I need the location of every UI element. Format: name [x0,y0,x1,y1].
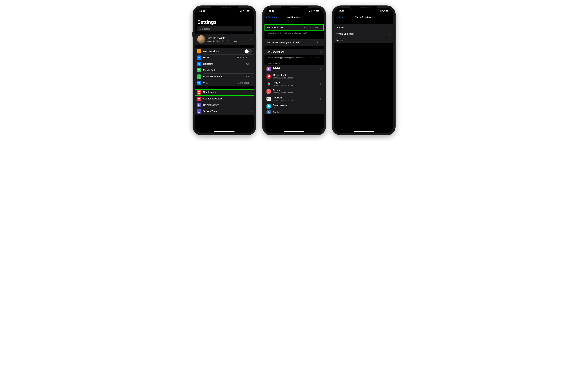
phone-frame-1: 10:55 Settings Search [193,6,256,135]
cell-label: Show Previews [267,26,302,29]
search-icon [199,28,201,30]
settings-row-bluetooth[interactable]: BluetoothOn› [195,61,254,67]
cell-label: Siri Suggestions [267,51,320,54]
back-label: Back [337,16,343,19]
cell-detail: On [246,63,249,66]
cell-label: Do Not Disturb [203,104,251,107]
app-row-airbnb[interactable]: AirbnbBanners, Sounds, Badges› [264,88,324,95]
settings-row-wifi[interactable]: Wi-FiSKYCCD02› [195,55,254,61]
app-name: Amazon Alexa [273,104,320,107]
chevron-right-icon: › [251,75,252,78]
chevron-right-icon: › [251,81,252,85]
app-row-alexa[interactable]: Amazon AlexaOff› [264,103,324,110]
row-previews[interactable]: Show PreviewsWhen Unlocked› [264,24,324,31]
svg-rect-17 [316,10,319,11]
cell-detail: Connected [238,81,249,84]
search-input[interactable]: Search [197,26,252,32]
cell-detail: On [316,41,319,44]
app-row-activity[interactable]: ActivityBanners, Sounds, Badges› [264,80,324,88]
group-footer: Choose which apps can suggest Shortcuts … [264,55,324,60]
svg-rect-38 [386,10,388,11]
app-name: 1.1.1.1 [273,66,320,69]
svg-rect-15 [311,10,312,12]
app-sub: Off [273,107,320,109]
home-indicator[interactable] [354,131,374,132]
chevron-right-icon: › [320,97,321,100]
home-indicator[interactable] [284,131,304,132]
settings-row-notifications[interactable]: Notifications› [195,89,254,96]
back-button[interactable]: ‹ Settings [266,15,277,20]
row-siri_sugg[interactable]: Siri Suggestions› [264,49,324,55]
row-announce[interactable]: Announce Messages with SiriOn› [264,39,324,46]
svg-point-9 [199,70,199,70]
cell-label: Wi-Fi [203,56,237,59]
signal-icon [379,10,381,12]
status-icons [379,10,389,12]
chevron-right-icon: › [320,90,321,93]
chevron-right-icon: › [320,50,321,54]
settings-row-sounds[interactable]: Sounds & Haptics› [195,96,254,102]
wifi-icon [382,10,385,12]
svg-point-11 [199,91,200,92]
svg-rect-2 [241,10,242,12]
back-button[interactable]: ‹ Back [336,15,343,20]
app-sub: Banners, Sounds, Badges [273,84,320,86]
battery-icon [246,10,250,12]
chevron-right-icon: › [251,110,252,113]
svg-rect-18 [319,11,319,11]
app-row-amazon[interactable]: amazonAmazonBanners, Sounds, Badges› [264,95,324,103]
svg-line-8 [200,29,201,30]
profile-sub: Apple ID, iCloud, iTunes & App Store [208,40,249,42]
wifi-icon [243,10,245,12]
airbnb-app-icon [266,89,271,94]
phone-frame-3: 10:55 ‹ Back Show Previews AlwaysWhen Un… [332,6,395,135]
apollo-app-icon [266,110,271,114]
option-unlocked[interactable]: When Unlocked✓ [334,31,393,37]
chevron-right-icon: › [320,75,321,78]
settings-row-mobile[interactable]: Mobile Data› [195,67,254,73]
apple-id-cell[interactable]: Tim Hardwick Apple ID, iCloud, iTunes & … [195,34,254,45]
settings-row-vpn[interactable]: VPNVPNConnected› [195,80,254,86]
chevron-right-icon: › [320,105,321,108]
cell-label: Airplane Mode [203,50,244,53]
1111-app-icon: 1 [266,67,271,71]
cell-label: VPN [203,81,238,84]
app-sub: Off [273,69,320,71]
chevron-right-icon: › [320,82,321,86]
svg-rect-12 [309,11,310,12]
svg-point-23 [268,76,269,77]
settings-row-airplane[interactable]: ✈︎Airplane Mode [195,48,254,55]
activity-app-icon [266,82,271,86]
settings-row-hotspot[interactable]: Personal HotspotOff› [195,73,254,80]
cell-label: Sounds & Haptics [203,97,251,100]
page-title: Settings [195,18,254,26]
option-always[interactable]: Always [334,24,393,31]
signal-icon [309,10,312,12]
app-row-1111[interactable]: 11.1.1.1Off› [264,65,324,73]
avatar [197,35,205,44]
chevron-right-icon: › [251,56,252,59]
settings-row-dnd[interactable]: Do Not Disturb› [195,102,254,108]
notifications-icon [197,90,201,95]
svg-rect-34 [380,11,380,12]
option-label: When Unlocked [336,33,388,35]
home-indicator[interactable] [214,131,234,132]
svg-point-32 [268,111,270,113]
airplane-switch[interactable] [244,49,252,54]
chevron-right-icon: › [320,111,321,114]
settings-row-screentime[interactable]: Screen Time› [195,108,254,115]
app-row-apollo[interactable]: Apollo› [264,110,324,114]
svg-point-7 [199,28,200,30]
chevron-right-icon: › [320,67,321,71]
svg-rect-13 [310,11,310,12]
chevron-right-icon: › [251,97,252,100]
cell-label: Notifications [203,91,251,94]
vpn-icon: VPN [197,81,201,85]
option-never[interactable]: Never [334,37,393,44]
nav-title: Notifications [287,16,301,19]
profile-group: Tim Hardwick Apple ID, iCloud, iTunes & … [195,34,254,45]
search-placeholder: Search [202,27,210,30]
svg-point-24 [269,76,270,77]
phone-frame-2: 10:55 ‹ Settings Notifications Show Prev… [262,6,326,135]
app-row-7m[interactable]: 7M WorkoutBanners, Sounds, Badges› [264,73,324,80]
